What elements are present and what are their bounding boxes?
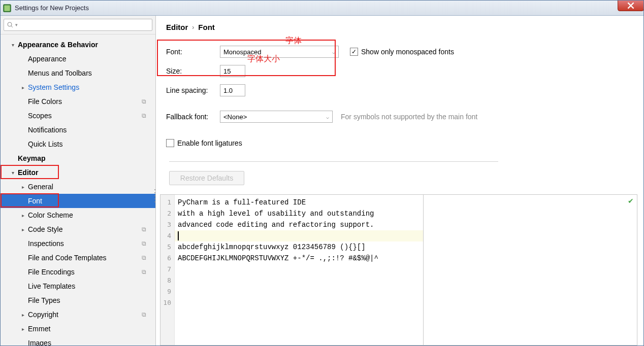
tree-item-label: Scopes bbox=[28, 112, 52, 120]
chevron-down-icon: ⌵ bbox=[332, 49, 335, 55]
size-label: Size: bbox=[166, 67, 220, 75]
window-title: Settings for New Projects bbox=[15, 4, 89, 12]
code-line: advanced code editing and refactoring su… bbox=[175, 219, 423, 230]
tree-item-label: System Settings bbox=[28, 83, 79, 91]
code-line: PyCharm is a full-featured IDE bbox=[175, 197, 423, 208]
search-input[interactable]: ▾ bbox=[4, 19, 152, 31]
tree-item-label: Emmet bbox=[28, 325, 50, 333]
tree-item-appearance[interactable]: Appearance bbox=[1, 52, 155, 66]
search-icon bbox=[7, 22, 13, 28]
caret bbox=[178, 231, 179, 240]
project-level-icon: ⧉ bbox=[142, 268, 146, 275]
tree-item-file-code-templates[interactable]: File and Code Templates⧉ bbox=[1, 251, 155, 265]
line-spacing-input[interactable] bbox=[220, 84, 245, 96]
breadcrumb-part: Font bbox=[198, 23, 214, 31]
chevron-right-icon: › bbox=[192, 24, 194, 31]
chevron-right-icon: ▸ bbox=[20, 227, 26, 232]
code-area[interactable]: PyCharm is a full-featured IDEwith a hig… bbox=[175, 195, 423, 345]
tree-item-emmet[interactable]: ▸Emmet bbox=[1, 322, 155, 336]
svg-point-2 bbox=[8, 22, 12, 26]
fallback-hint: For symbols not supported by the main fo… bbox=[341, 113, 477, 121]
chevron-right-icon: ▸ bbox=[20, 312, 26, 318]
tree-item-live-templates[interactable]: Live Templates bbox=[1, 279, 155, 293]
size-input[interactable] bbox=[220, 65, 245, 77]
fallback-dropdown[interactable]: <None> ⌵ bbox=[220, 111, 333, 123]
ligatures-label: Enable font ligatures bbox=[177, 139, 242, 147]
tree-item-label: Code Style bbox=[28, 225, 62, 233]
tree-item-label: Color Scheme bbox=[28, 211, 73, 219]
code-line bbox=[175, 275, 423, 286]
chevron-right-icon: ▸ bbox=[20, 326, 26, 332]
tree-item-file-colors[interactable]: File Colors⧉ bbox=[1, 94, 155, 109]
tree-item-label: File and Code Templates bbox=[28, 254, 107, 262]
chevron-right-icon: ▸ bbox=[20, 184, 26, 190]
project-level-icon: ⧉ bbox=[142, 254, 146, 261]
font-preview[interactable]: 12345678910 PyCharm is a full-featured I… bbox=[160, 194, 637, 345]
code-line: ABCDEFGHIJKLMNOPQRSTUVWXYZ +-*/= .,;:!? … bbox=[175, 253, 423, 264]
tree-item-images[interactable]: Images bbox=[1, 336, 155, 345]
tree-item-system-settings[interactable]: ▸System Settings bbox=[1, 80, 155, 94]
tree-item-color-scheme[interactable]: ▸Color Scheme bbox=[1, 208, 155, 222]
tree-item-copyright[interactable]: ▸Copyright⧉ bbox=[1, 307, 155, 322]
settings-tree[interactable]: ▾Appearance & BehaviorAppearanceMenus an… bbox=[1, 34, 155, 345]
line-spacing-label: Line spacing: bbox=[166, 86, 220, 94]
chevron-right-icon: ▸ bbox=[20, 85, 26, 90]
breadcrumb: Editor › Font bbox=[156, 16, 643, 34]
app-icon bbox=[3, 4, 12, 13]
tree-item-label: Menus and Toolbars bbox=[28, 69, 92, 77]
tree-item-label: File Encodings bbox=[28, 268, 75, 276]
tree-item-label: Appearance bbox=[28, 55, 67, 63]
chevron-down-icon: ⌵ bbox=[326, 114, 329, 120]
code-line bbox=[175, 230, 423, 241]
tree-item-label: Keymap bbox=[18, 154, 45, 162]
tree-item-label: Live Templates bbox=[28, 282, 75, 290]
chevron-down-icon: ▾ bbox=[10, 42, 16, 48]
project-level-icon: ⧉ bbox=[142, 226, 146, 233]
breadcrumb-part: Editor bbox=[166, 23, 188, 31]
tree-item-appearance-behavior[interactable]: ▾Appearance & Behavior bbox=[1, 38, 155, 52]
tree-item-label: Quick Lists bbox=[28, 140, 62, 148]
tree-item-inspections[interactable]: Inspections⧉ bbox=[1, 236, 155, 251]
checkmark-icon: ✔ bbox=[628, 197, 634, 205]
content-pane: Editor › Font Font: Monospaced ⌵ 字体 ✓ Sh… bbox=[156, 16, 643, 345]
tree-item-label: File Colors bbox=[28, 97, 62, 106]
show-mono-label: Show only monospaced fonts bbox=[361, 48, 454, 56]
code-line: abcdefghijklmnopqrstuvwxyz 0123456789 ()… bbox=[175, 241, 423, 253]
code-line bbox=[175, 264, 423, 275]
tree-item-keymap[interactable]: Keymap bbox=[1, 151, 155, 165]
project-level-icon: ⧉ bbox=[142, 112, 146, 119]
code-line: with a high level of usability and outst… bbox=[175, 208, 423, 219]
annotation-font: 字体 bbox=[285, 36, 302, 46]
title-bar: Settings for New Projects bbox=[1, 1, 643, 16]
tree-item-notifications[interactable]: Notifications bbox=[1, 123, 155, 137]
tree-item-label: Images bbox=[28, 339, 51, 345]
ligatures-checkbox[interactable] bbox=[166, 139, 174, 147]
tree-item-label: Font bbox=[28, 197, 42, 205]
tree-item-font[interactable]: Font bbox=[1, 194, 155, 208]
chevron-right-icon: ▸ bbox=[20, 213, 26, 218]
tree-item-menus-toolbars[interactable]: Menus and Toolbars bbox=[1, 66, 155, 80]
sidebar: ▾ ▾Appearance & BehaviorAppearanceMenus … bbox=[1, 16, 156, 345]
tree-item-label: Appearance & Behavior bbox=[18, 41, 98, 49]
chevron-down-icon: ▾ bbox=[15, 22, 18, 27]
tree-item-editor[interactable]: ▾Editor bbox=[1, 165, 155, 180]
tree-item-label: File Types bbox=[28, 296, 60, 304]
close-button[interactable] bbox=[618, 0, 644, 11]
code-line bbox=[175, 286, 423, 297]
show-mono-checkbox[interactable]: ✓ bbox=[350, 48, 358, 56]
annotation-size: 字体大小 bbox=[247, 54, 280, 64]
project-level-icon: ⧉ bbox=[142, 240, 146, 247]
restore-defaults-button[interactable]: Restore Defaults bbox=[169, 171, 244, 185]
tree-item-file-encodings[interactable]: File Encodings⧉ bbox=[1, 265, 155, 279]
tree-item-label: General bbox=[28, 183, 53, 191]
tree-item-code-style[interactable]: ▸Code Style⧉ bbox=[1, 222, 155, 236]
tree-item-quick-lists[interactable]: Quick Lists bbox=[1, 137, 155, 151]
tree-item-general[interactable]: ▸General bbox=[1, 180, 155, 194]
tree-item-label: Copyright bbox=[28, 310, 58, 319]
chevron-down-icon: ▾ bbox=[10, 170, 16, 176]
code-line bbox=[175, 297, 423, 308]
tree-item-label: Editor bbox=[18, 168, 38, 177]
tree-item-scopes[interactable]: Scopes⧉ bbox=[1, 109, 155, 123]
tree-item-file-types[interactable]: File Types bbox=[1, 293, 155, 307]
fallback-label: Fallback font: bbox=[166, 113, 220, 121]
